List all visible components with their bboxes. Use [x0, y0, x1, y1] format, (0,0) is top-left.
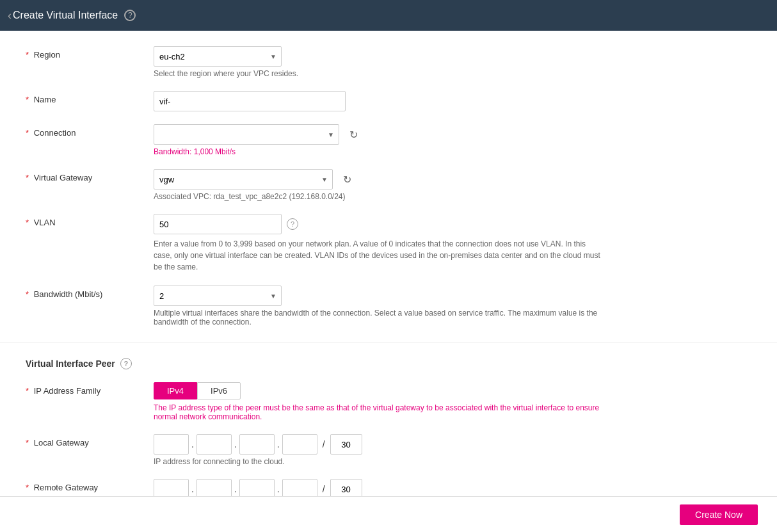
vgw-refresh-button[interactable]: ↻: [338, 170, 356, 188]
local-gateway-row: * Local Gateway . . . / IP address for c…: [26, 434, 751, 466]
bandwidth-control: 2 5 10 50 100 ▼ Multiple virtual interfa…: [154, 286, 602, 326]
header-help-icon[interactable]: ?: [124, 10, 136, 21]
create-now-button[interactable]: Create Now: [680, 504, 758, 525]
connection-refresh-button[interactable]: ↻: [344, 125, 362, 143]
vgw-row: * Virtual Gateway vgw ▼ ↻ Associated VPC…: [26, 169, 751, 201]
local-gateway-ip-row: . . . /: [154, 434, 602, 455]
local-gw-octet2[interactable]: [196, 434, 232, 455]
page-header: ‹ Create Virtual Interface ?: [0, 0, 777, 31]
ip-family-warning: The IP address type of the peer must be …: [154, 403, 602, 421]
ipv6-button[interactable]: IPv6: [197, 382, 241, 399]
name-input[interactable]: [154, 91, 346, 111]
peer-section-title: Virtual Interface Peer ?: [26, 358, 751, 369]
vlan-help-icon[interactable]: ?: [287, 218, 298, 230]
vgw-label: * Virtual Gateway: [26, 169, 154, 182]
connection-select-group: ▼ ↻: [154, 124, 602, 145]
name-control: [154, 91, 602, 111]
region-row: * Region eu-ch2 eu-de1 us-east-1 ▼ Selec…: [26, 46, 751, 78]
vlan-hint: Enter a value from 0 to 3,999 based on y…: [154, 238, 602, 273]
local-gw-octet4[interactable]: [282, 434, 317, 455]
region-label: * Region: [26, 46, 154, 60]
connection-row: * Connection ▼ ↻ Bandwidth: 1,000 Mbit/s: [26, 124, 751, 156]
vlan-label: * VLAN: [26, 214, 154, 227]
connection-select[interactable]: [154, 124, 339, 145]
ip-family-control: IPv4 IPv6 The IP address type of the pee…: [154, 382, 602, 421]
name-label: * Name: [26, 91, 154, 104]
ip-family-buttons: IPv4 IPv6: [154, 382, 602, 399]
peer-section-help-icon[interactable]: ?: [120, 358, 132, 369]
vlan-input[interactable]: [154, 214, 282, 234]
local-gw-octet1[interactable]: [154, 434, 189, 455]
bandwidth-label: * Bandwidth (Mbit/s): [26, 286, 154, 299]
vgw-control: vgw ▼ ↻ Associated VPC: rda_test_vpc_a8e…: [154, 169, 602, 201]
section-divider: [0, 342, 777, 343]
region-hint: Select the region where your VPC resides…: [154, 69, 602, 78]
local-gw-octet3[interactable]: [239, 434, 275, 455]
vgw-associated-vpc: Associated VPC: rda_test_vpc_a8e2c2 (192…: [154, 192, 602, 201]
connection-label: * Connection: [26, 124, 154, 138]
vgw-select-wrapper: vgw ▼: [154, 169, 333, 189]
back-button[interactable]: ‹: [8, 9, 12, 22]
vlan-control: ? Enter a value from 0 to 3,999 based on…: [154, 214, 602, 273]
connection-control: ▼ ↻ Bandwidth: 1,000 Mbit/s: [154, 124, 602, 156]
remote-gateway-label: * Remote Gateway: [26, 479, 154, 492]
local-gateway-control: . . . / IP address for connecting to the…: [154, 434, 602, 466]
local-gateway-label: * Local Gateway: [26, 434, 154, 447]
vlan-input-row: ?: [154, 214, 602, 234]
connection-select-wrapper: ▼: [154, 124, 339, 145]
bandwidth-select-wrapper: 2 5 10 50 100 ▼: [154, 286, 282, 306]
vgw-select-group: vgw ▼ ↻: [154, 169, 602, 189]
bandwidth-select[interactable]: 2 5 10 50 100: [154, 286, 282, 306]
local-gw-cidr[interactable]: [330, 434, 362, 455]
bandwidth-hint: Multiple virtual interfaces share the ba…: [154, 309, 602, 326]
ip-family-row: * IP Address Family IPv4 IPv6 The IP add…: [26, 382, 751, 421]
region-select-wrapper: eu-ch2 eu-de1 us-east-1 ▼: [154, 46, 282, 67]
ip-family-label: * IP Address Family: [26, 382, 154, 396]
connection-bandwidth-hint: Bandwidth: 1,000 Mbit/s: [154, 147, 602, 156]
ipv4-button[interactable]: IPv4: [154, 382, 197, 399]
footer-bar: Create Now: [0, 496, 777, 528]
name-row: * Name: [26, 91, 751, 111]
vlan-row: * VLAN ? Enter a value from 0 to 3,999 b…: [26, 214, 751, 273]
page-title: Create Virtual Interface: [13, 10, 118, 21]
region-select[interactable]: eu-ch2 eu-de1 us-east-1: [154, 46, 282, 67]
main-content: * Region eu-ch2 eu-de1 us-east-1 ▼ Selec…: [0, 31, 777, 528]
local-gateway-hint: IP address for connecting to the cloud.: [154, 457, 602, 466]
region-control: eu-ch2 eu-de1 us-east-1 ▼ Select the reg…: [154, 46, 602, 78]
vgw-select[interactable]: vgw: [154, 169, 333, 189]
bandwidth-row: * Bandwidth (Mbit/s) 2 5 10 50 100 ▼ Mul…: [26, 286, 751, 326]
